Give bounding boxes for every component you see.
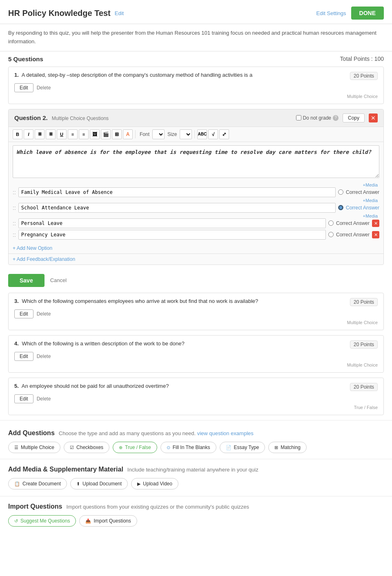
correct-radio-2[interactable]	[338, 205, 343, 210]
edit-settings-link[interactable]: Edit Settings	[316, 10, 346, 16]
drag-handle-4[interactable]: ::	[13, 231, 16, 238]
copy-button[interactable]: Copy	[343, 113, 365, 122]
font-label: Font	[138, 131, 151, 137]
option-media-link-1[interactable]: +Media	[13, 182, 379, 187]
italic-button[interactable]: I	[24, 129, 33, 139]
delete-question-1-link[interactable]: Delete	[37, 85, 51, 91]
add-fill-blanks-button[interactable]: Fill In The Blanks	[160, 442, 216, 453]
editor-title: Question 2.	[14, 114, 48, 121]
save-button[interactable]: Save	[8, 274, 45, 287]
feedback-link[interactable]: + Add Feedback/Explanation	[9, 254, 383, 265]
tf-icon	[119, 445, 122, 450]
delete-question-4-link[interactable]: Delete	[37, 354, 51, 359]
option-media-link-3[interactable]: +Media	[13, 213, 379, 218]
image-button[interactable]: 🖼	[90, 129, 100, 139]
correct-radio-4[interactable]	[328, 232, 334, 237]
tf-label: True / False	[125, 445, 151, 450]
question-num-3: 3.	[14, 298, 19, 304]
create-document-button[interactable]: Create Document	[8, 478, 67, 489]
import-questions-button[interactable]: Import Questions	[79, 515, 137, 527]
question-item-5: 5. An employee should not be paid for al…	[8, 378, 384, 415]
cb-icon	[70, 445, 74, 450]
upload-document-button[interactable]: Upload Document	[70, 478, 128, 489]
correct-label-4: Correct Answer	[336, 232, 370, 238]
add-matching-button[interactable]: Matching	[268, 442, 307, 453]
do-not-grade-wrap: Do not grade ?	[296, 115, 339, 121]
option-media-link-2[interactable]: +Media	[13, 198, 379, 203]
question-type-5: True / False	[14, 405, 378, 410]
title-edit-link[interactable]: Edit	[115, 10, 124, 16]
question-textarea[interactable]: Which leave of absence is for the employ…	[13, 145, 379, 178]
remove-option-3-button[interactable]: ✕	[372, 220, 379, 227]
option-input-4[interactable]	[18, 230, 326, 240]
edit-question-4-button[interactable]: Edit	[14, 352, 33, 361]
remove-option-4-button[interactable]: ✕	[372, 231, 379, 238]
essay-icon	[226, 445, 232, 450]
questions-count: 5 Questions	[8, 56, 43, 62]
question-num-4: 4.	[14, 340, 19, 347]
add-essay-button[interactable]: Essay Type	[220, 442, 265, 453]
close-editor-button[interactable]: ✕	[369, 113, 378, 122]
question-editor-2: Question 2. Multiple Choice Questions Do…	[8, 109, 384, 265]
question-points-3: 20 Points	[350, 298, 378, 306]
question-points-5: 20 Points	[350, 383, 378, 391]
ol-button[interactable]: ≣	[35, 129, 45, 139]
fill-icon	[167, 445, 170, 450]
option-input-3[interactable]	[18, 218, 326, 228]
add-option-link[interactable]: + Add New Option	[9, 243, 383, 254]
drag-handle-1[interactable]: ::	[13, 189, 16, 196]
option-row-1: +Media :: Correct Answer	[13, 182, 379, 197]
spell-check-button[interactable]: ABC	[197, 129, 207, 139]
delete-question-5-link[interactable]: Delete	[37, 396, 51, 402]
import-questions-section: Import Questions Import questions from y…	[0, 498, 392, 532]
color-button[interactable]: A	[123, 129, 133, 139]
expand-button[interactable]: ⤢	[219, 129, 229, 139]
correct-radio-3[interactable]	[328, 220, 334, 226]
bold-button[interactable]: B	[13, 129, 22, 139]
add-multiple-choice-button[interactable]: Multiple Choice	[8, 442, 60, 453]
question-type-1: Multiple Choice	[14, 94, 378, 99]
edit-question-5-button[interactable]: Edit	[14, 394, 33, 403]
cancel-link[interactable]: Cancel	[50, 277, 67, 283]
ul-button[interactable]: ≣	[46, 129, 56, 139]
drag-handle-2[interactable]: ::	[13, 205, 16, 211]
add-checkboxes-button[interactable]: Checkboxes	[64, 442, 109, 453]
question-item-1: 1. A detailed, step-by –step description…	[8, 67, 384, 104]
size-label: Size	[166, 131, 178, 137]
suggest-icon	[14, 518, 18, 524]
drag-handle-3[interactable]: ::	[13, 220, 16, 227]
table-button[interactable]: ⊞	[112, 129, 122, 139]
done-button[interactable]: DONE	[351, 7, 384, 20]
media-button[interactable]: 🎬	[101, 129, 111, 139]
import-icon	[85, 518, 91, 524]
edit-question-3-button[interactable]: Edit	[14, 309, 33, 318]
question-text-5: An employee should not be paid for all u…	[22, 383, 169, 389]
view-examples-link[interactable]: view question examples	[197, 430, 254, 436]
formula-button[interactable]: √	[208, 129, 218, 139]
add-media-desc: Include teaching/training material anywh…	[127, 467, 258, 473]
size-select[interactable]	[180, 129, 192, 139]
add-questions-title: Add Questions	[8, 429, 55, 437]
mc-icon	[14, 445, 18, 450]
edit-question-1-button[interactable]: Edit	[14, 83, 33, 92]
align-left-button[interactable]: ≡	[68, 129, 78, 139]
align-right-button[interactable]: ≡	[79, 129, 89, 139]
correct-radio-1[interactable]	[338, 189, 343, 195]
question-type-4: Multiple Choice	[14, 363, 378, 367]
correct-label-3: Correct Answer	[336, 220, 370, 226]
question-item-4: 4. Which of the following is a written d…	[8, 335, 384, 373]
toolbar-sep-2	[194, 130, 195, 138]
option-input-2[interactable]	[18, 203, 336, 213]
video-icon	[137, 481, 140, 487]
underline-button[interactable]: U	[57, 129, 67, 139]
option-row-4: :: Correct Answer ✕	[13, 230, 379, 240]
delete-question-3-link[interactable]: Delete	[37, 311, 51, 317]
upload-doc-label: Upload Document	[82, 481, 122, 487]
option-input-1[interactable]	[18, 187, 336, 197]
suggest-questions-button[interactable]: Suggest Me Questions	[8, 515, 76, 527]
add-truefalse-button[interactable]: True / False	[113, 442, 157, 453]
font-select[interactable]	[152, 129, 165, 139]
upload-video-button[interactable]: Upload Video	[131, 478, 178, 489]
help-icon[interactable]: ?	[333, 115, 339, 121]
do-not-grade-checkbox[interactable]	[296, 115, 301, 120]
